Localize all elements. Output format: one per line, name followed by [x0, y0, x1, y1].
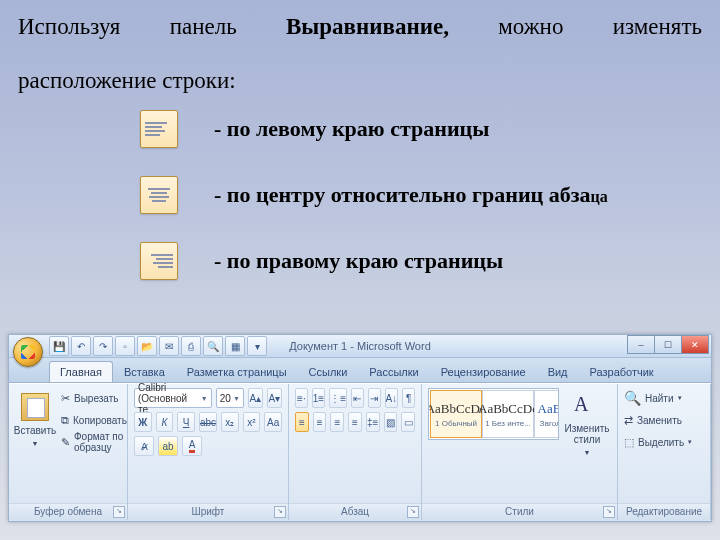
- group-paragraph-text: Абзац: [341, 506, 369, 517]
- close-button[interactable]: ✕: [681, 335, 709, 354]
- align-left-button[interactable]: ≡: [295, 412, 309, 432]
- multilevel-button[interactable]: ⋮≡: [329, 388, 347, 408]
- line-spacing-button[interactable]: ‡≡: [366, 412, 380, 432]
- dec-indent-button[interactable]: ⇤: [351, 388, 364, 408]
- minimize-button[interactable]: –: [627, 335, 655, 354]
- shading-button[interactable]: ▧: [384, 412, 398, 432]
- tab-home[interactable]: Главная: [49, 361, 113, 382]
- inc-indent-button[interactable]: ⇥: [368, 388, 381, 408]
- select-button[interactable]: Выделить ▾: [624, 432, 704, 452]
- window-controls: – ☐ ✕: [628, 335, 709, 354]
- highlight-button[interactable]: ab: [158, 436, 178, 456]
- group-editing-text: Редактирование: [626, 506, 702, 517]
- tab-view[interactable]: Вид: [537, 361, 579, 382]
- scissors-icon: [61, 392, 70, 405]
- borders-button[interactable]: ▭: [401, 412, 415, 432]
- style-sample: AaBbCc: [538, 401, 559, 417]
- font-name-combo[interactable]: Calibri (Основной те▼: [134, 388, 212, 408]
- qat-new-icon[interactable]: ▫: [115, 336, 135, 356]
- intro-word-2: панель: [170, 14, 237, 40]
- show-marks-button[interactable]: ¶: [402, 388, 415, 408]
- ribbon: Вставить ▼ Вырезать Копировать: [9, 383, 711, 520]
- office-button-icon[interactable]: [13, 337, 43, 367]
- style-name: 1 Без инте...: [485, 419, 531, 428]
- font-color-button[interactable]: A: [182, 436, 202, 456]
- qat-print-icon[interactable]: ⎙: [181, 336, 201, 356]
- bold-button[interactable]: Ж: [134, 412, 152, 432]
- grow-font-button[interactable]: A▴: [248, 388, 263, 408]
- chevron-down-icon: ▾: [688, 438, 692, 446]
- tab-insert[interactable]: Вставка: [113, 361, 176, 382]
- tab-developer[interactable]: Разработчик: [579, 361, 665, 382]
- superscript-button[interactable]: x²: [243, 412, 261, 432]
- style-item[interactable]: AaBbCcDc 1 Без инте...: [482, 390, 534, 438]
- clipboard-launcher-icon[interactable]: ↘: [113, 506, 125, 518]
- strike-button[interactable]: abc: [199, 412, 217, 432]
- change-styles-button[interactable]: A Изменить стили ▼: [563, 388, 611, 489]
- intro-word-3: Выравнивание,: [286, 14, 449, 40]
- find-label: Найти: [645, 393, 674, 404]
- group-clipboard-text: Буфер обмена: [34, 506, 102, 517]
- clear-format-button[interactable]: A̷: [134, 436, 154, 456]
- styles-gallery[interactable]: AaBbCcDd 1 Обычный AaBbCcDc 1 Без инте..…: [428, 388, 559, 440]
- bullets-button[interactable]: ≡·: [295, 388, 308, 408]
- numbering-button[interactable]: 1≡: [312, 388, 325, 408]
- tab-mailings[interactable]: Рассылки: [358, 361, 429, 382]
- qat-mail-icon[interactable]: ✉: [159, 336, 179, 356]
- styles-launcher-icon[interactable]: ↘: [603, 506, 615, 518]
- chevron-down-icon: ▼: [584, 449, 591, 456]
- qat-open-icon[interactable]: 📂: [137, 336, 157, 356]
- maximize-button[interactable]: ☐: [654, 335, 682, 354]
- alignment-item-center-tail: ца: [591, 188, 608, 205]
- group-font: Calibri (Основной те▼ 20▼ A▴ A▾ Ж К Ч ab…: [128, 384, 289, 520]
- style-item[interactable]: AaBbCcDd 1 Обычный: [430, 390, 482, 438]
- group-paragraph-label: Абзац ↘: [289, 503, 421, 520]
- chevron-down-icon: ▾: [678, 394, 682, 402]
- alignment-item-left: - по левому краю страницы: [0, 110, 720, 148]
- tab-layout[interactable]: Разметка страницы: [176, 361, 298, 382]
- find-button[interactable]: Найти ▾: [624, 388, 704, 408]
- alignment-item-center-main: - по центру относительно границ абза: [214, 182, 591, 207]
- sort-button[interactable]: A↓: [385, 388, 399, 408]
- replace-button[interactable]: Заменить: [624, 410, 704, 430]
- alignment-items: - по левому краю страницы - по центру от…: [0, 110, 720, 308]
- alignment-item-center: - по центру относительно границ абзаца: [0, 176, 720, 214]
- style-item[interactable]: AaBbCc Заголово...: [534, 390, 559, 438]
- qat-redo-icon[interactable]: ↷: [93, 336, 113, 356]
- copy-button[interactable]: Копировать: [61, 410, 127, 430]
- subscript-button[interactable]: x₂: [221, 412, 239, 432]
- cut-label: Вырезать: [74, 393, 118, 404]
- qat-more-icon[interactable]: ▾: [247, 336, 267, 356]
- qat-save-icon[interactable]: 💾: [49, 336, 69, 356]
- format-painter-button[interactable]: Формат по образцу: [61, 432, 127, 452]
- tab-references[interactable]: Ссылки: [298, 361, 359, 382]
- font-launcher-icon[interactable]: ↘: [274, 506, 286, 518]
- select-icon: [624, 436, 634, 449]
- cut-button[interactable]: Вырезать: [61, 388, 127, 408]
- style-sample: AaBbCcDc: [478, 401, 538, 417]
- align-center-button[interactable]: ≡: [313, 412, 327, 432]
- group-styles-text: Стили: [505, 506, 534, 517]
- slide: Используя панель Выравнивание, можно изм…: [0, 0, 720, 540]
- tab-bar: Главная Вставка Разметка страницы Ссылки…: [9, 358, 711, 383]
- format-label: Формат по образцу: [74, 431, 127, 453]
- align-right-icon: [140, 242, 178, 280]
- qat-undo-icon[interactable]: ↶: [71, 336, 91, 356]
- qat-table-icon[interactable]: ▦: [225, 336, 245, 356]
- align-right-button[interactable]: ≡: [330, 412, 344, 432]
- underline-button[interactable]: Ч: [177, 412, 195, 432]
- shrink-font-button[interactable]: A▾: [267, 388, 282, 408]
- quick-access-toolbar: 💾 ↶ ↷ ▫ 📂 ✉ ⎙ 🔍 ▦ ▾: [49, 336, 267, 356]
- paragraph-launcher-icon[interactable]: ↘: [407, 506, 419, 518]
- font-size-combo[interactable]: 20▼: [216, 388, 244, 408]
- group-font-text: Шрифт: [192, 506, 225, 517]
- italic-button[interactable]: К: [156, 412, 174, 432]
- intro-word-1: Используя: [18, 14, 120, 40]
- align-justify-button[interactable]: ≡: [348, 412, 362, 432]
- window-title: Документ 1 - Microsoft Word: [289, 340, 431, 352]
- qat-preview-icon[interactable]: 🔍: [203, 336, 223, 356]
- group-styles-label: Стили ↘: [422, 503, 617, 520]
- paste-button[interactable]: Вставить ▼: [15, 388, 55, 489]
- tab-review[interactable]: Рецензирование: [430, 361, 537, 382]
- change-case-button[interactable]: Aa: [264, 412, 282, 432]
